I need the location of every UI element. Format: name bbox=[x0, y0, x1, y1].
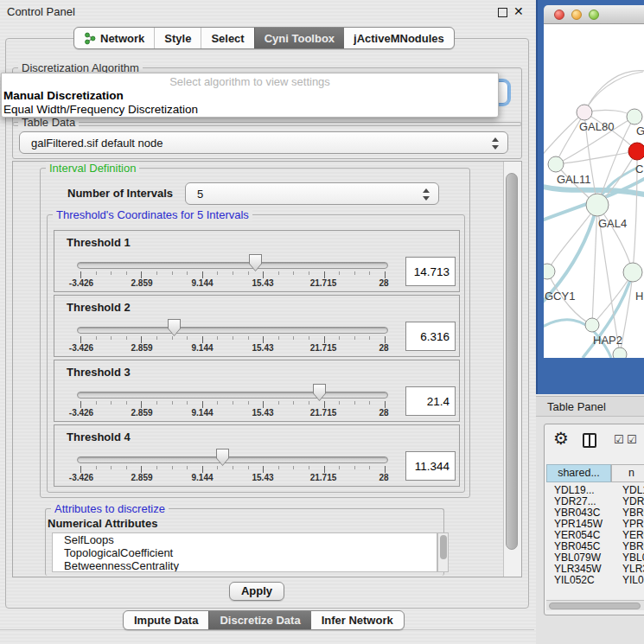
node-gcy1[interactable] bbox=[544, 264, 555, 279]
table-panel-titlebar: Table Panel bbox=[536, 396, 644, 417]
svg-text:GCY1: GCY1 bbox=[545, 290, 575, 303]
algorithm-dropdown-popup: Select algorithm to view settings Manual… bbox=[1, 73, 499, 118]
node-gal80[interactable] bbox=[577, 105, 592, 120]
checkbox-icon[interactable]: ☑ bbox=[614, 434, 624, 445]
numerical-attributes-label: Numerical Attributes bbox=[48, 517, 157, 530]
node-top-right[interactable] bbox=[627, 109, 642, 124]
slider-track[interactable] bbox=[77, 327, 388, 334]
settings-scrollbar-thumb[interactable] bbox=[506, 173, 518, 550]
table-horizontal-scrollbar[interactable] bbox=[546, 600, 644, 610]
threshold-4-title: Threshold 4 bbox=[67, 430, 131, 443]
dropdown-prompt-item: Select algorithm to view settings bbox=[2, 75, 498, 88]
attributes-list-scrollbar[interactable] bbox=[437, 532, 449, 572]
node-selected-red[interactable] bbox=[628, 143, 644, 160]
threshold-3-slider[interactable]: -3.426 2.859 9.144 15.43 21.715 28 bbox=[54, 381, 400, 419]
node-hap2[interactable] bbox=[585, 318, 599, 332]
threshold-3-block: Threshold 3 -3.426 2.859 9.144 15.43 21.… bbox=[54, 360, 460, 422]
threshold-1-slider[interactable]: -3.426 2.859 9.144 15.43 21.715 28 bbox=[54, 252, 400, 290]
zoom-traffic-light-icon[interactable] bbox=[589, 10, 599, 20]
slider-thumb[interactable] bbox=[216, 449, 229, 466]
attributes-legend: Attributes to discretize bbox=[51, 502, 169, 515]
tab-network-label: Network bbox=[100, 32, 144, 45]
tab-style[interactable]: Style bbox=[154, 28, 201, 48]
slider-thumb[interactable] bbox=[313, 384, 326, 401]
network-view-canvas[interactable]: GAL80 GA C GAL11 GAL4 GCY1 H HAP2 bbox=[544, 24, 644, 358]
svg-text:GAL11: GAL11 bbox=[557, 173, 591, 186]
list-item-selfloops[interactable]: SelfLoops bbox=[53, 533, 437, 546]
combo-stepper-icon bbox=[492, 137, 500, 150]
table-panel-title: Table Panel bbox=[547, 400, 606, 413]
threshold-2-title: Threshold 2 bbox=[67, 301, 131, 314]
number-of-intervals-label: Number of Intervals bbox=[67, 187, 173, 200]
apply-button[interactable]: Apply bbox=[229, 582, 284, 601]
slider-track[interactable] bbox=[77, 456, 388, 463]
svg-text:GA: GA bbox=[636, 124, 644, 137]
dropdown-option-manual[interactable]: Manual Discretization bbox=[3, 89, 124, 102]
column-header-name[interactable]: n bbox=[611, 464, 644, 482]
node-gal11[interactable] bbox=[548, 156, 564, 172]
combo-stepper-icon bbox=[423, 188, 430, 201]
tab-cyni-toolbox[interactable]: Cyni Toolbox bbox=[254, 28, 344, 48]
tab-infer-network[interactable]: Infer Network bbox=[311, 611, 404, 629]
threshold-3-value-field[interactable] bbox=[405, 386, 456, 416]
checkbox-icon[interactable]: ☑ bbox=[627, 434, 637, 445]
slider-major-ticks bbox=[80, 401, 386, 408]
interval-definition-legend: Interval Definition bbox=[46, 162, 139, 175]
control-panel-title: Control Panel bbox=[7, 5, 75, 18]
network-window-titlebar[interactable] bbox=[544, 5, 644, 24]
close-traffic-light-icon[interactable] bbox=[554, 10, 564, 20]
slider-major-ticks bbox=[80, 466, 386, 473]
threshold-2-block: Threshold 2 -3.426 2.859 9.144 15.43 21.… bbox=[54, 295, 460, 357]
number-of-intervals-combobox[interactable]: 5 bbox=[185, 182, 439, 205]
slider-thumb[interactable] bbox=[168, 319, 181, 336]
svg-text:HAP2: HAP2 bbox=[593, 334, 622, 347]
tab-network[interactable]: Network bbox=[74, 28, 154, 48]
threshold-2-value-field[interactable] bbox=[405, 322, 456, 351]
control-panel-titlebar: Control Panel ✕ bbox=[0, 0, 534, 22]
tab-jactivemnodules[interactable]: jActiveMNodules bbox=[344, 28, 454, 48]
numerical-attributes-list: SelfLoops TopologicalCoefficient Between… bbox=[52, 532, 437, 572]
dropdown-option-equal-width[interactable]: Equal Width/Frequency Discretization bbox=[3, 103, 198, 116]
slider-thumb[interactable] bbox=[249, 254, 262, 271]
node-bottom-partial[interactable] bbox=[613, 348, 627, 358]
svg-text:H: H bbox=[635, 290, 643, 303]
table-horizontal-scrollbar-thumb[interactable] bbox=[549, 603, 641, 609]
threshold-4-slider[interactable]: -3.426 2.859 9.144 15.43 21.715 28 bbox=[54, 446, 400, 484]
thresholds-legend: Threshold's Coordinates for 5 Intervals bbox=[53, 208, 252, 221]
bottom-tabbar: Impute Data Discretize Data Infer Networ… bbox=[123, 610, 405, 630]
svg-text:GAL80: GAL80 bbox=[579, 120, 614, 133]
number-of-intervals-value: 5 bbox=[197, 188, 203, 201]
table-data-legend: Table Data bbox=[18, 116, 79, 129]
threshold-2-slider[interactable]: -3.426 2.859 9.144 15.43 21.715 28 bbox=[54, 316, 400, 354]
slider-major-ticks bbox=[80, 271, 386, 278]
svg-text:GAL4: GAL4 bbox=[598, 217, 627, 230]
window-close-icon[interactable]: ✕ bbox=[513, 4, 524, 18]
slider-track[interactable] bbox=[77, 392, 388, 399]
attributes-list-scrollbar-thumb[interactable] bbox=[440, 535, 447, 559]
table-data-value: galFiltered.sif default node bbox=[31, 137, 163, 150]
control-panel-tabbar: Network Style Select Cyni Toolbox jActiv… bbox=[73, 27, 455, 49]
node-gal4[interactable] bbox=[586, 194, 609, 216]
column-view-icon[interactable] bbox=[583, 433, 596, 448]
threshold-1-value-field[interactable] bbox=[405, 257, 456, 286]
list-item-betweennesscentrality[interactable]: BetweennessCentrality bbox=[53, 559, 437, 572]
slider-major-ticks bbox=[80, 336, 386, 343]
svg-text:C: C bbox=[635, 163, 643, 175]
network-icon bbox=[84, 32, 96, 45]
tab-impute-data[interactable]: Impute Data bbox=[124, 611, 208, 629]
window-float-icon[interactable] bbox=[498, 8, 507, 17]
app-root: Control Panel ✕ Network Style Select Cyn… bbox=[0, 0, 644, 644]
slider-track[interactable] bbox=[77, 262, 388, 269]
minimize-traffic-light-icon[interactable] bbox=[571, 10, 582, 20]
threshold-4-value-field[interactable] bbox=[405, 451, 456, 481]
tab-select[interactable]: Select bbox=[201, 28, 253, 48]
node-table-card: ⚙ ☑ ☑ shared... n YDL19...YDL1 YDR27...Y… bbox=[544, 424, 644, 615]
column-header-shared-name[interactable]: shared... bbox=[546, 464, 611, 482]
threshold-4-block: Threshold 4 -3.426 2.859 9.144 15.43 21.… bbox=[54, 424, 460, 487]
node-h[interactable] bbox=[623, 263, 642, 282]
threshold-1-block: Threshold 1 -3.426 2.859 9.144 15.43 21.… bbox=[54, 230, 460, 292]
tab-discretize-data[interactable]: Discretize Data bbox=[208, 611, 310, 629]
table-data-combobox[interactable]: galFiltered.sif default node bbox=[19, 131, 508, 154]
table-settings-gear-icon[interactable]: ⚙ bbox=[553, 430, 569, 447]
list-item-topologicalcoefficient[interactable]: TopologicalCoefficient bbox=[53, 546, 437, 559]
